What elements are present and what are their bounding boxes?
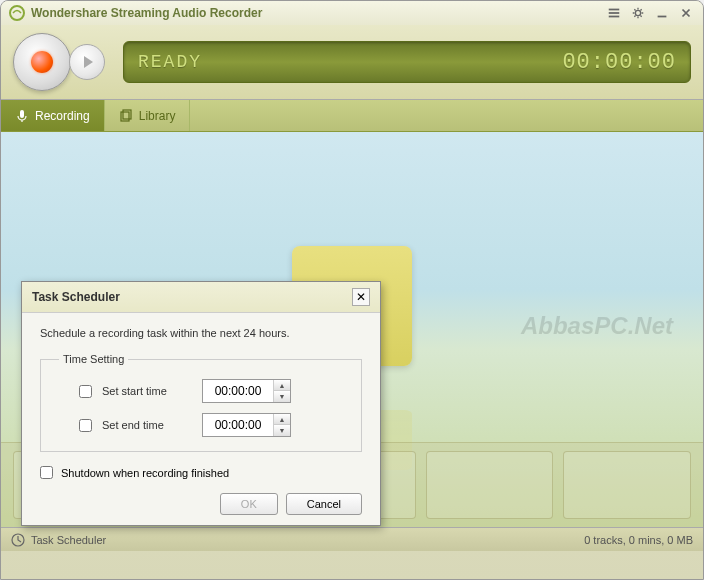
mic-icon [15,109,29,123]
start-time-row: Set start time ▲ ▼ [59,379,343,403]
tab-recording[interactable]: Recording [1,100,105,131]
spinner-down-button[interactable]: ▼ [274,425,290,436]
start-time-spinner: ▲ ▼ [273,380,290,402]
toolbar: READY 00:00:00 [1,25,703,100]
play-icon [84,56,93,68]
start-time-checkbox[interactable] [79,385,92,398]
spinner-up-button[interactable]: ▲ [274,380,290,391]
statusbar-right-text: 0 tracks, 0 mins, 0 MB [584,534,693,546]
app-title: Wondershare Streaming Audio Recorder [31,6,605,20]
gear-icon[interactable] [629,5,647,21]
shutdown-label: Shutdown when recording finished [61,467,229,479]
svg-point-0 [10,6,24,20]
start-time-input[interactable] [203,380,273,402]
titlebar-buttons [605,5,695,21]
status-display: READY 00:00:00 [123,41,691,83]
statusbar-left-text[interactable]: Task Scheduler [31,534,106,546]
status-time: 00:00:00 [562,50,676,75]
dialog-body: Schedule a recording task within the nex… [22,313,380,525]
dialog-buttons: OK Cancel [40,493,362,515]
tab-library[interactable]: Library [105,100,191,131]
watermark: AbbasPC.Net [521,312,673,340]
thumbnail-slot [563,451,691,519]
minimize-button[interactable] [653,5,671,21]
time-setting-fieldset: Time Setting Set start time ▲ ▼ Set end … [40,353,362,452]
shutdown-checkbox[interactable] [40,466,53,479]
end-time-row: Set end time ▲ ▼ [59,413,343,437]
svg-rect-1 [609,9,620,11]
app-logo-icon [9,5,25,21]
start-time-input-wrap: ▲ ▼ [202,379,291,403]
cancel-button[interactable]: Cancel [286,493,362,515]
shutdown-row: Shutdown when recording finished [40,466,362,479]
tab-recording-label: Recording [35,109,90,123]
svg-rect-7 [121,112,129,121]
tab-library-label: Library [139,109,176,123]
svg-rect-2 [609,12,620,14]
status-text: READY [138,52,202,72]
play-button[interactable] [69,44,105,80]
svg-rect-6 [20,110,24,118]
thumbnail-slot [426,451,554,519]
end-time-input-wrap: ▲ ▼ [202,413,291,437]
record-icon [31,51,53,73]
svg-rect-5 [658,16,667,18]
start-time-label: Set start time [102,385,192,397]
end-time-input[interactable] [203,414,273,436]
statusbar: Task Scheduler 0 tracks, 0 mins, 0 MB [1,527,703,551]
svg-rect-8 [123,110,131,119]
end-time-label: Set end time [102,419,192,431]
dialog-description: Schedule a recording task within the nex… [40,327,362,339]
tabs: Recording Library [1,100,703,132]
svg-point-4 [635,10,640,15]
task-scheduler-dialog: Task Scheduler ✕ Schedule a recording ta… [21,281,381,526]
record-controls [13,33,105,91]
dialog-title: Task Scheduler [32,290,120,304]
clock-icon[interactable] [11,533,25,547]
titlebar: Wondershare Streaming Audio Recorder [1,1,703,25]
dialog-titlebar: Task Scheduler ✕ [22,282,380,313]
end-time-spinner: ▲ ▼ [273,414,290,436]
list-icon[interactable] [605,5,623,21]
spinner-down-button[interactable]: ▼ [274,391,290,402]
close-button[interactable] [677,5,695,21]
app-window: Wondershare Streaming Audio Recorder REA… [0,0,704,580]
end-time-checkbox[interactable] [79,419,92,432]
svg-rect-3 [609,16,620,18]
fieldset-legend: Time Setting [59,353,128,365]
ok-button[interactable]: OK [220,493,278,515]
spinner-up-button[interactable]: ▲ [274,414,290,425]
library-icon [119,109,133,123]
record-button[interactable] [13,33,71,91]
dialog-close-button[interactable]: ✕ [352,288,370,306]
